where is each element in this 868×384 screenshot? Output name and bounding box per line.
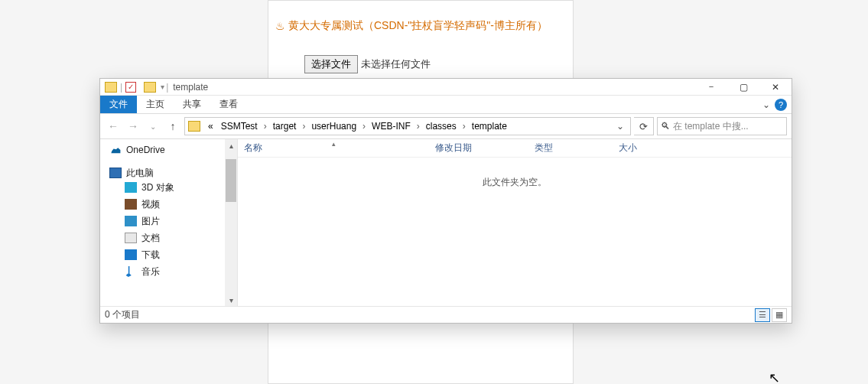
tab-file[interactable]: 文件: [100, 96, 137, 113]
chevron-right-icon[interactable]: ›: [361, 121, 367, 132]
chevron-right-icon[interactable]: ›: [415, 121, 421, 132]
qat-checkbox-icon[interactable]: ✓: [125, 82, 136, 93]
ribbon-expand-icon[interactable]: ⌄: [762, 99, 770, 110]
item-count: 0 个项目: [105, 308, 140, 321]
tab-share[interactable]: 共享: [174, 96, 210, 113]
nav-label: 文档: [141, 232, 160, 245]
qat-dropdown-icon[interactable]: ▾: [161, 83, 164, 91]
file-list[interactable]: ▴ 名称 修改日期 类型 大小 此文件夹为空。: [238, 139, 792, 306]
breadcrumb-item[interactable]: WEB-INF: [369, 121, 414, 132]
sort-asc-icon: ▴: [332, 140, 336, 148]
file-picker: 选择文件 未选择任何文件: [304, 55, 431, 73]
choose-file-button[interactable]: 选择文件: [304, 55, 358, 73]
folder-icon: [188, 121, 200, 132]
close-button[interactable]: ✕: [759, 79, 792, 96]
cursor-icon: ↖: [769, 369, 780, 384]
nav-label: OneDrive: [126, 145, 165, 155]
breadcrumb-item[interactable]: userHuang: [308, 121, 359, 132]
col-label: 名称: [244, 142, 262, 153]
col-type[interactable]: 类型: [528, 142, 613, 155]
video-icon: [125, 199, 137, 210]
pc-icon: [109, 168, 122, 178]
nav-item[interactable]: 3D 对象: [100, 179, 237, 196]
nav-item[interactable]: 图片: [100, 213, 237, 229]
music-icon: [125, 266, 137, 277]
column-headers: ▴ 名称 修改日期 类型 大小: [238, 139, 792, 158]
nav-onedrive[interactable]: OneDrive: [100, 139, 237, 156]
nav-label: 视频: [141, 198, 160, 211]
downloads-icon: [125, 249, 137, 260]
nav-label: 下载: [141, 249, 160, 262]
chevron-right-icon[interactable]: ›: [301, 121, 307, 132]
separator: |: [120, 82, 122, 93]
onedrive-icon: [109, 145, 122, 155]
search-placeholder: 在 template 中搜...: [673, 120, 749, 133]
chevron-right-icon[interactable]: ›: [461, 121, 467, 132]
objects3d-icon: [125, 182, 137, 193]
minimize-button[interactable]: －: [695, 79, 727, 96]
recent-dropdown-icon[interactable]: ⌄: [145, 117, 161, 135]
pictures-icon: [125, 216, 137, 226]
nav-label: 图片: [141, 215, 160, 228]
background-header: ♨ 黄大大专属测试（CSDN-"拄杖盲学轻声码"-博主所有）: [275, 19, 548, 33]
breadcrumb-item[interactable]: classes: [423, 121, 460, 132]
flame-icon: ♨: [275, 20, 285, 32]
refresh-button[interactable]: ⟳: [634, 117, 654, 135]
back-button[interactable]: ←: [105, 117, 122, 135]
file-explorer-window: | ✓ ▾ | template － ▢ ✕ 文件 主页 共享 查看 ⌄ ? ←…: [99, 78, 792, 324]
breadcrumb-item[interactable]: target: [270, 121, 300, 132]
scroll-down-icon[interactable]: ▾: [225, 294, 237, 306]
search-input[interactable]: 🔍︎ 在 template 中搜...: [657, 117, 787, 135]
col-name[interactable]: ▴ 名称: [238, 142, 429, 155]
nav-label: 此电脑: [126, 167, 154, 180]
breadcrumb[interactable]: « SSMTest › target › userHuang › WEB-INF…: [184, 117, 631, 135]
view-icons-button[interactable]: ▦: [772, 308, 787, 322]
folder-icon: [105, 82, 117, 93]
nav-item[interactable]: 视频: [100, 196, 237, 213]
scroll-up-icon[interactable]: ▴: [225, 139, 237, 151]
status-bar: 0 个项目 ☰ ▦: [100, 306, 792, 323]
nav-label: 3D 对象: [141, 181, 174, 194]
empty-folder-message: 此文件夹为空。: [238, 158, 792, 207]
breadcrumb-prefix[interactable]: «: [205, 121, 216, 132]
breadcrumb-item[interactable]: SSMTest: [218, 121, 261, 132]
ribbon-tabs: 文件 主页 共享 查看 ⌄ ?: [100, 96, 792, 114]
window-title: template: [173, 82, 208, 93]
navigation-pane: OneDrive 此电脑 3D 对象 视频 图片 文档 下载 音乐 ▴ ▾: [100, 139, 238, 306]
help-icon[interactable]: ?: [775, 99, 787, 111]
breadcrumb-item[interactable]: template: [469, 121, 510, 132]
forward-button[interactable]: →: [125, 117, 141, 135]
titlebar[interactable]: | ✓ ▾ | template － ▢ ✕: [100, 79, 792, 96]
no-file-label: 未选择任何文件: [361, 57, 431, 71]
scroll-thumb[interactable]: [226, 159, 236, 202]
background-title: 黄大大专属测试（CSDN-"拄杖盲学轻声码"-博主所有）: [288, 19, 548, 33]
tab-view[interactable]: 查看: [210, 96, 247, 113]
nav-item[interactable]: 音乐: [100, 263, 237, 280]
nav-label: 音乐: [141, 265, 160, 278]
address-bar: ← → ⌄ ↑ « SSMTest › target › userHuang ›…: [100, 114, 792, 138]
folder-icon: [144, 82, 156, 93]
nav-item[interactable]: 下载: [100, 246, 237, 263]
path-dropdown-icon[interactable]: ⌄: [613, 121, 627, 132]
col-date[interactable]: 修改日期: [429, 142, 528, 155]
separator: |: [166, 82, 168, 93]
maximize-button[interactable]: ▢: [727, 79, 759, 96]
tab-home[interactable]: 主页: [137, 96, 174, 113]
nav-thispc[interactable]: 此电脑: [100, 162, 237, 179]
chevron-right-icon[interactable]: ›: [262, 121, 268, 132]
view-details-button[interactable]: ☰: [755, 308, 770, 322]
col-size[interactable]: 大小: [613, 142, 674, 155]
search-icon: 🔍︎: [661, 121, 670, 132]
documents-icon: [125, 233, 137, 243]
nav-scrollbar[interactable]: ▴ ▾: [225, 139, 237, 306]
up-button[interactable]: ↑: [164, 117, 181, 135]
nav-item[interactable]: 文档: [100, 229, 237, 246]
